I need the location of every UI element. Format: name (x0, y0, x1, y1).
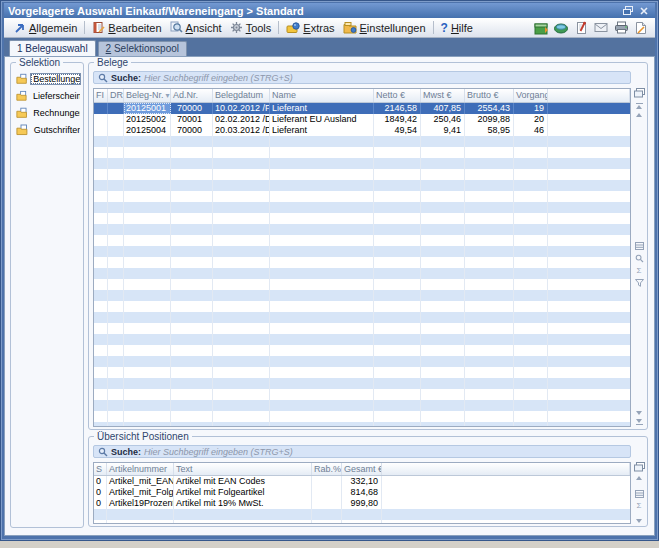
scroll-bottom-button[interactable] (636, 419, 643, 426)
belege-grid-body: 20125001 70000 10.02.2012 /Fr Lieferant … (94, 103, 630, 427)
printer-button[interactable] (612, 19, 630, 36)
column-header-dr[interactable]: DR (108, 89, 124, 102)
column-chooser-button[interactable] (634, 462, 645, 472)
restore-button[interactable] (621, 5, 635, 17)
positionen-search-bar[interactable]: Suche: (93, 445, 631, 458)
mail-button[interactable] (592, 19, 610, 36)
cell-netto: 1849,42 (374, 114, 421, 125)
column-header-brutto[interactable]: Brutto € (465, 89, 514, 102)
empty-cell (108, 191, 124, 202)
empty-cell (270, 257, 374, 268)
close-button[interactable] (637, 5, 651, 17)
sidebar-item-label: Bestellungen (30, 73, 81, 85)
document-pin-button[interactable] (572, 19, 590, 36)
table-row[interactable]: 20125002 70001 02.02.2012 /Do Lieferant … (94, 114, 630, 125)
search-label: Suche: (111, 73, 141, 83)
sum-button[interactable]: Σ (637, 267, 642, 275)
column-chooser-button[interactable] (634, 88, 645, 98)
scroll-down-button[interactable] (636, 519, 642, 523)
empty-cell (124, 191, 171, 202)
positionen-search-input[interactable] (144, 447, 626, 457)
empty-cell (108, 257, 124, 268)
menu-ansicht[interactable]: Ansicht (166, 20, 226, 35)
empty-cell (374, 400, 421, 411)
menu-hilfe[interactable]: ? Hilfe (437, 21, 477, 35)
cell-empty (382, 498, 630, 509)
column-header-s[interactable]: S (94, 463, 107, 475)
empty-cell (124, 334, 171, 345)
search-button[interactable] (635, 254, 644, 263)
tab-selektionspool[interactable]: 2 Selektionspool (98, 41, 187, 56)
empty-cell (124, 224, 171, 235)
empty-cell (548, 301, 630, 312)
tab-belegauswahl[interactable]: 1 Belegauswahl (9, 40, 96, 56)
empty-cell (94, 257, 108, 268)
table-row[interactable]: 0 Artikel_mit_EAN Artikel mit EAN Codes … (94, 476, 630, 487)
empty-cell (421, 180, 465, 191)
column-header-artikelnummer[interactable]: Artikelnummer (107, 463, 174, 475)
scroll-down-button[interactable] (636, 411, 642, 415)
table-row-selected[interactable]: 20125001 70000 10.02.2012 /Fr Lieferant … (94, 103, 630, 114)
empty-cell (124, 180, 171, 191)
table-row[interactable]: 0 Artikel_mit_Folgeartikel Artikel mit F… (94, 487, 630, 498)
table-row[interactable]: 20125004 70000 20.03.2012 /Di Lieferant … (94, 125, 630, 136)
cell-dr (108, 125, 124, 136)
empty-cell (124, 389, 171, 400)
empty-cell (421, 257, 465, 268)
table-row[interactable]: 0 Artikel19Prozent Artikel mit 19% MwSt.… (94, 498, 630, 509)
view-button[interactable] (635, 490, 644, 498)
scroll-up-button[interactable] (636, 113, 642, 117)
column-header-vorgang[interactable]: Vorgang (514, 89, 548, 102)
cell-rab (312, 498, 342, 509)
menu-bearbeiten[interactable]: Bearbeiten (88, 20, 165, 35)
menu-allgemein[interactable]: Allgemein (9, 21, 81, 35)
search-icon (98, 447, 108, 457)
empty-cell (108, 246, 124, 257)
empty-cell (514, 378, 548, 389)
empty-cell (421, 158, 465, 169)
menu-tools[interactable]: Tools (226, 20, 276, 35)
column-header-belegdatum[interactable]: Belegdatum (213, 89, 270, 102)
column-header-name[interactable]: Name (270, 89, 374, 102)
menu-einstellungen[interactable]: Einstellungen (339, 20, 430, 35)
empty-cell (514, 169, 548, 180)
package-button[interactable] (532, 19, 550, 36)
empty-cell (171, 356, 213, 367)
folder-document-icon (16, 124, 28, 136)
cell-name: Lieferant EU Ausland (270, 114, 374, 125)
sidebar-item-rechnungen[interactable]: Rechnungen (16, 107, 81, 119)
filter-button[interactable] (635, 279, 644, 287)
menu-extras[interactable]: Extras (282, 20, 338, 35)
cell-belegnr: 20125004 (124, 125, 171, 136)
column-header-gesamt[interactable]: Gesamt € (342, 463, 382, 475)
empty-cell (548, 400, 630, 411)
scroll-top-button[interactable] (636, 102, 643, 109)
sidebar-item-lieferscheine[interactable]: Lieferscheine (16, 90, 81, 102)
column-header-rab[interactable]: Rab.% (312, 463, 342, 475)
new-document-button[interactable] (632, 19, 650, 36)
sidebar-item-gutschriften[interactable]: Gutschriften (16, 124, 81, 136)
titlebar: Vorgelagerte Auswahl Einkauf/Wareneingan… (4, 3, 655, 18)
column-header-mwst[interactable]: Mwst € (421, 89, 465, 102)
column-header-adnr[interactable]: Ad.Nr. (171, 89, 213, 102)
sum-button[interactable]: Σ (637, 502, 642, 510)
sidebar-item-bestellungen[interactable]: Bestellungen (16, 73, 81, 85)
belege-search-bar[interactable]: Suche: (93, 71, 631, 84)
empty-cell (213, 213, 270, 224)
edit-book-icon (92, 21, 105, 34)
empty-cell (421, 389, 465, 400)
cell-artikelnummer: Artikel_mit_EAN (107, 476, 174, 487)
empty-row (94, 334, 630, 345)
view-button[interactable] (635, 242, 644, 250)
scroll-up-button[interactable] (636, 476, 642, 480)
empty-cell (374, 279, 421, 290)
column-header-netto[interactable]: Netto € (374, 89, 421, 102)
belege-search-input[interactable] (144, 73, 626, 83)
empty-cell (171, 411, 213, 422)
column-header-text[interactable]: Text (174, 463, 312, 475)
column-header-fi[interactable]: FI (94, 89, 108, 102)
globe-button[interactable] (552, 19, 570, 36)
empty-cell (171, 268, 213, 279)
column-header-belegnr[interactable]: Beleg-Nr.▾ (124, 89, 171, 102)
empty-cell (270, 378, 374, 389)
